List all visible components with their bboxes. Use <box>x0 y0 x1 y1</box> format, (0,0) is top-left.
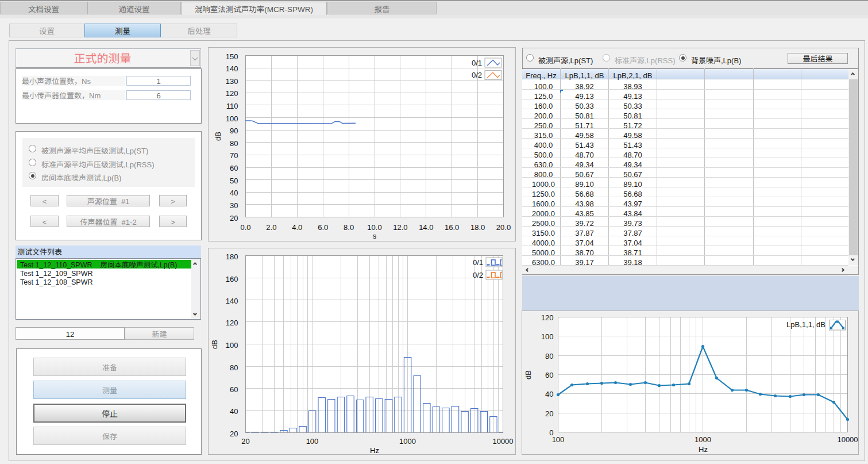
svg-text:40: 40 <box>230 189 238 197</box>
svg-text:0/2: 0/2 <box>473 271 483 279</box>
svg-text:20: 20 <box>230 214 238 223</box>
svg-text:80: 80 <box>545 352 553 361</box>
svg-text:dB: dB <box>524 370 533 379</box>
svg-text:180: 180 <box>226 252 238 261</box>
svg-text:100: 100 <box>552 435 565 444</box>
svg-text:1000: 1000 <box>695 435 711 444</box>
svg-text:4.0: 4.0 <box>292 223 302 232</box>
svg-text:18.0: 18.0 <box>470 223 485 232</box>
svg-text:20: 20 <box>545 409 553 418</box>
svg-text:0/1: 0/1 <box>472 59 482 67</box>
svg-text:20: 20 <box>230 430 238 438</box>
svg-text:dB: dB <box>210 340 219 349</box>
svg-text:1000: 1000 <box>399 437 416 446</box>
svg-text:30: 30 <box>230 201 238 210</box>
svg-text:0/2: 0/2 <box>472 71 482 79</box>
svg-text:dB: dB <box>214 132 222 141</box>
svg-text:60: 60 <box>230 164 238 172</box>
svg-text:s: s <box>373 232 377 240</box>
svg-text:130: 130 <box>226 77 238 86</box>
svg-text:8.0: 8.0 <box>344 223 354 232</box>
svg-text:40: 40 <box>545 390 553 398</box>
svg-text:120: 120 <box>541 313 554 322</box>
svg-text:12.0: 12.0 <box>393 223 407 232</box>
svg-text:60: 60 <box>545 371 553 379</box>
svg-text:Hz: Hz <box>699 445 708 454</box>
svg-text:120: 120 <box>226 89 238 98</box>
svg-text:16.0: 16.0 <box>445 223 459 232</box>
svg-text:40: 40 <box>230 407 238 416</box>
svg-text:LpB,1,1, dB: LpB,1,1, dB <box>786 320 825 329</box>
svg-text:50: 50 <box>230 177 238 185</box>
svg-text:100: 100 <box>226 341 238 350</box>
svg-text:100: 100 <box>306 437 319 446</box>
svg-text:100: 100 <box>226 114 238 123</box>
svg-text:0.0: 0.0 <box>240 223 250 232</box>
svg-text:100: 100 <box>541 332 554 341</box>
svg-text:Hz: Hz <box>370 446 379 455</box>
svg-text:20: 20 <box>241 437 249 446</box>
svg-text:10000: 10000 <box>492 437 513 446</box>
svg-text:140: 140 <box>226 64 238 73</box>
svg-text:10000: 10000 <box>837 435 858 444</box>
svg-text:60: 60 <box>230 385 238 394</box>
svg-text:20.0: 20.0 <box>496 223 511 232</box>
svg-text:80: 80 <box>230 363 238 372</box>
svg-text:140: 140 <box>226 297 238 305</box>
svg-text:90: 90 <box>230 126 238 135</box>
svg-text:150: 150 <box>226 52 238 61</box>
svg-text:110: 110 <box>226 102 238 110</box>
svg-text:14.0: 14.0 <box>419 223 433 232</box>
svg-text:6.0: 6.0 <box>318 223 328 232</box>
svg-text:0/1: 0/1 <box>473 258 483 267</box>
svg-text:10.0: 10.0 <box>367 223 381 232</box>
svg-text:160: 160 <box>226 275 238 283</box>
svg-text:80: 80 <box>230 139 238 148</box>
svg-text:70: 70 <box>230 151 238 160</box>
svg-text:120: 120 <box>226 319 238 327</box>
svg-text:2.0: 2.0 <box>266 223 276 232</box>
